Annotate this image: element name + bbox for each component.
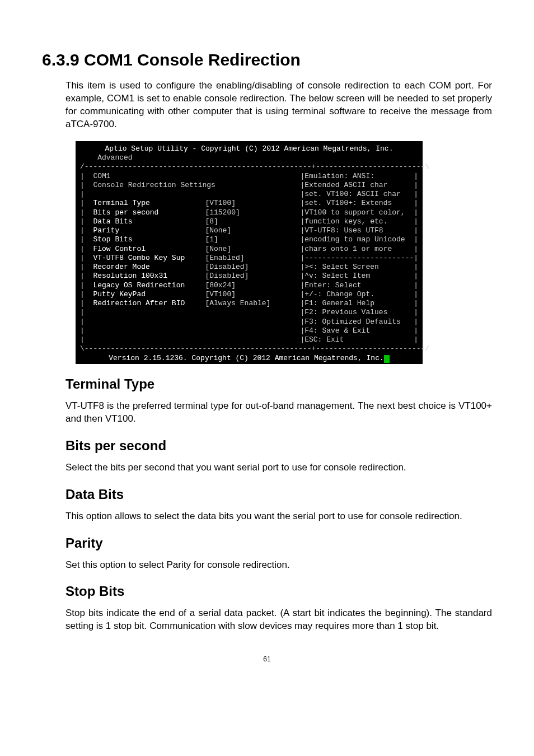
bios-setting-value xyxy=(205,308,300,317)
row-border-right: | xyxy=(414,272,418,281)
row-border-right: | xyxy=(414,299,418,308)
bios-row: | Bits per second[115200]|VT100 to suppo… xyxy=(80,208,418,217)
bios-divider-bottom: \---------------------------------------… xyxy=(80,344,418,353)
bios-setting-label: COM1 xyxy=(93,172,205,181)
bios-setting-value: [VT100] xyxy=(205,290,300,299)
row-border-left: | xyxy=(80,172,93,181)
bios-setting-label: Putty KeyPad xyxy=(93,290,205,299)
bios-help-text: |Enter: Select xyxy=(300,281,414,290)
bios-setting-value xyxy=(205,326,300,335)
row-border-right: | xyxy=(414,217,418,226)
row-border-right: | xyxy=(414,190,418,199)
bios-help-text: |set. VT100+: Extends xyxy=(300,199,414,208)
bios-setting-label: Recorder Mode xyxy=(93,263,205,272)
bios-row: | VT-UTF8 Combo Key Sup[Enabled]|-------… xyxy=(80,254,418,263)
bios-setting-label: Console Redirection Settings xyxy=(93,181,205,190)
bios-help-text: |VT100 to support color, xyxy=(300,208,414,217)
row-border-right: | xyxy=(414,308,418,317)
subsection-body: Set this option to select Parity for con… xyxy=(42,559,492,572)
bios-setting-value xyxy=(205,190,300,199)
bios-row: | |F2: Previous Values| xyxy=(80,308,418,317)
subsection-heading: Terminal Type xyxy=(42,376,492,392)
bios-setting-label xyxy=(93,308,205,317)
content-sections: Terminal TypeVT-UTF8 is the preferred te… xyxy=(42,376,492,633)
bios-help-text: |encoding to map Unicode xyxy=(300,235,414,244)
row-border-right: | xyxy=(414,254,418,263)
row-border-left: | xyxy=(80,235,93,244)
bios-help-text: |Emulation: ANSI: xyxy=(300,172,414,181)
row-border-right: | xyxy=(414,172,418,181)
bios-setting-value xyxy=(205,181,300,190)
bios-help-text: |F2: Previous Values xyxy=(300,308,414,317)
row-border-right: | xyxy=(414,290,418,299)
row-border-right: | xyxy=(414,199,418,208)
row-border-left: | xyxy=(80,281,93,290)
row-border-left: | xyxy=(80,290,93,299)
row-border-left: | xyxy=(80,318,93,326)
row-border-left: | xyxy=(80,245,93,254)
bios-setting-value: [80x24] xyxy=(205,281,300,290)
bios-help-text: |ESC: Exit xyxy=(300,335,414,344)
bios-setting-label: Resolution 100x31 xyxy=(93,272,205,281)
subsection-body: VT-UTF8 is the preferred terminal type f… xyxy=(42,400,492,426)
bios-divider-top: /---------------------------------------… xyxy=(80,162,418,171)
bios-title: Aptio Setup Utility - Copyright (C) 2012… xyxy=(80,144,418,153)
bios-help-text: |function keys, etc. xyxy=(300,217,414,226)
bios-setting-value: [Always Enable] xyxy=(205,299,300,308)
bios-row: | Data Bits[8]|function keys, etc.| xyxy=(80,217,418,226)
row-border-right: | xyxy=(414,226,418,235)
bios-setting-value: [Disabled] xyxy=(205,272,300,281)
bios-row: | Flow Control[None]|chars onto 1 or mor… xyxy=(80,245,418,254)
bios-help-text: |------------------------- xyxy=(300,254,414,263)
bios-row: | |F4: Save & Exit| xyxy=(80,326,418,335)
bios-row: | |ESC: Exit| xyxy=(80,335,418,344)
bios-help-text: |F1: General Help xyxy=(300,299,414,308)
bios-row: | Stop Bits[1]|encoding to map Unicode| xyxy=(80,235,418,244)
bios-setting-value: [VT100] xyxy=(205,199,300,208)
bios-setting-label xyxy=(93,326,205,335)
row-border-right: | xyxy=(414,263,418,272)
bios-menu-tab: Advanced xyxy=(80,153,418,162)
bios-help-text: |><: Select Screen xyxy=(300,263,414,272)
bios-row: | Redirection After BIO[Always Enable]|F… xyxy=(80,299,418,308)
row-border-left: | xyxy=(80,254,93,263)
bios-setting-label: Parity xyxy=(93,226,205,235)
row-border-left: | xyxy=(80,190,93,199)
row-border-left: | xyxy=(80,308,93,317)
subsection-heading: Data Bits xyxy=(42,487,492,502)
bios-setting-label xyxy=(93,318,205,326)
bios-row: | Parity[None]|VT-UTF8: Uses UTF8| xyxy=(80,226,418,235)
bios-setting-label: Legacy OS Redirection xyxy=(93,281,205,290)
bios-setting-value: [None] xyxy=(205,245,300,254)
bios-row: | Terminal Type[VT100]|set. VT100+: Exte… xyxy=(80,199,418,208)
bios-help-text: |VT-UTF8: Uses UTF8 xyxy=(300,226,414,235)
row-border-right: | xyxy=(414,245,418,254)
bios-setting-label: Data Bits xyxy=(93,217,205,226)
bios-row: | Recorder Mode[Disabled]|><: Select Scr… xyxy=(80,263,418,272)
bios-body: | COM1|Emulation: ANSI:|| Console Redire… xyxy=(80,172,418,345)
row-border-left: | xyxy=(80,272,93,281)
bios-setting-label: Flow Control xyxy=(93,245,205,254)
bios-help-text: |set. VT100: ASCII char xyxy=(300,190,414,199)
bios-setting-value xyxy=(205,335,300,344)
row-border-left: | xyxy=(80,199,93,208)
section-heading: 6.3.9 COM1 Console Redirection xyxy=(42,50,492,69)
row-border-left: | xyxy=(80,299,93,308)
bios-setting-label: Terminal Type xyxy=(93,199,205,208)
row-border-right: | xyxy=(414,235,418,244)
row-border-left: | xyxy=(80,217,93,226)
subsection-body: This option allows to select the data bi… xyxy=(42,510,492,523)
bios-row: | COM1|Emulation: ANSI:| xyxy=(80,172,418,181)
bios-footer: Version 2.15.1236. Copyright (C) 2012 Am… xyxy=(109,354,383,362)
bios-row: | Legacy OS Redirection[80x24]|Enter: Se… xyxy=(80,281,418,290)
bios-row: | |set. VT100: ASCII char| xyxy=(80,190,418,199)
bios-setting-label: VT-UTF8 Combo Key Sup xyxy=(93,254,205,263)
row-border-left: | xyxy=(80,226,93,235)
bios-row: | Resolution 100x31[Disabled]|^v: Select… xyxy=(80,272,418,281)
bios-row: | Putty KeyPad[VT100]|+/-: Change Opt.| xyxy=(80,290,418,299)
subsection-body: Select the bits per second that you want… xyxy=(42,461,492,474)
bios-help-text: |chars onto 1 or more xyxy=(300,245,414,254)
document-page: 6.3.9 COM1 Console Redirection This item… xyxy=(0,0,534,685)
bios-help-text: |F4: Save & Exit xyxy=(300,326,414,335)
subsection-heading: Stop Bits xyxy=(42,584,492,599)
